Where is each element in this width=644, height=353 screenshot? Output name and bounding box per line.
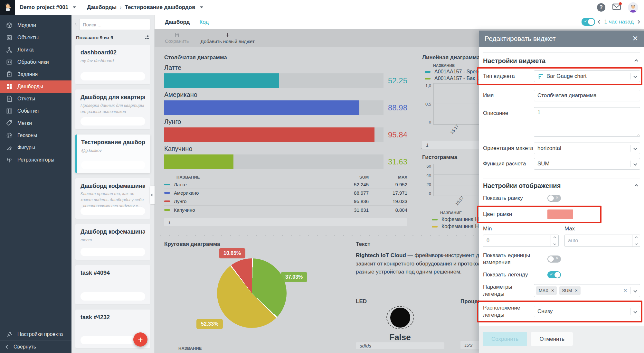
history-prev-icon[interactable]: [598, 20, 601, 23]
filter-sliders-icon[interactable]: [144, 34, 150, 40]
project-switcher[interactable]: Demo project #001: [20, 4, 68, 11]
show-units-toggle[interactable]: ✕: [547, 255, 561, 263]
widget-bar-chart[interactable]: Столбчатая диаграмма Латте 52.25 Америка…: [158, 50, 414, 233]
dashboard-card[interactable]: Дашборд кофемашина тест: [75, 224, 150, 260]
tab-code[interactable]: Код: [199, 19, 209, 25]
widget-description-textarea[interactable]: [534, 107, 640, 137]
panel-collapse-handle[interactable]: [150, 186, 155, 204]
live-toggle[interactable]: ✓: [582, 18, 595, 26]
sidebar-item-models[interactable]: Модели: [0, 19, 71, 32]
sidebar-item-events[interactable]: События: [0, 105, 71, 117]
hist-legend-swatch-1: [432, 226, 438, 228]
page-caret-icon[interactable]: [200, 6, 203, 8]
chip-remove-icon[interactable]: ✕: [551, 288, 554, 293]
bar-gauge-icon: [537, 73, 543, 79]
spinner-buttons[interactable]: [551, 235, 558, 246]
x-icon: ✕: [555, 256, 559, 261]
legend-name: Латте: [174, 182, 187, 187]
save-floppy-icon: [174, 33, 179, 38]
sidebar-item-handlers[interactable]: Обработчики: [0, 56, 71, 68]
bar-row: Капучино 31.63: [164, 145, 407, 169]
max-input[interactable]: [564, 235, 640, 247]
add-dashboard-fab[interactable]: +: [133, 332, 147, 347]
dashboard-card-selected[interactable]: Тестирование дашборд... @g.kulikov: [75, 135, 150, 173]
sidebar-item-logic[interactable]: Логика: [0, 44, 71, 56]
sidebar-item-project-settings[interactable]: Настройки проекта: [0, 328, 71, 340]
dashboard-card[interactable]: task #4094: [75, 265, 150, 304]
frame-color-swatch[interactable]: [547, 209, 573, 219]
legend-sum: 52.245: [308, 182, 369, 187]
logo-girl-icon: [3, 3, 13, 12]
bar-fill-0: [164, 73, 279, 88]
dashboard-card[interactable]: dashboard02 my fav dashboard: [75, 45, 150, 84]
min-value-input[interactable]: [487, 238, 549, 244]
led-state: False: [389, 332, 411, 342]
max-value-input[interactable]: [568, 238, 630, 244]
breadcrumb-page[interactable]: Тестирование дашбордов: [125, 4, 195, 11]
sidebar-item-labels[interactable]: Метки: [0, 117, 71, 129]
widget-name-input[interactable]: [537, 92, 637, 99]
chevron-down-icon: [553, 242, 556, 245]
columns-icon: [6, 108, 13, 114]
spinner-buttons[interactable]: [632, 235, 640, 246]
chip-sum[interactable]: SUM✕: [559, 286, 580, 295]
calc-function-select[interactable]: SUM: [534, 158, 640, 170]
widget-led[interactable]: LED False sdfds: [349, 294, 451, 353]
sidebar-item-label: Логика: [17, 47, 33, 53]
history-next-icon[interactable]: [636, 20, 640, 23]
view-tabbar: Дашборд Код ✓ 1 час назад: [155, 15, 644, 29]
save-dashboard-button[interactable]: Сохранить: [165, 33, 189, 44]
widget-type-select[interactable]: Bar Gauge chart: [534, 70, 640, 82]
save-button[interactable]: Сохранить: [483, 332, 527, 346]
sidebar-collapse-button[interactable]: Свернуть: [0, 340, 71, 353]
section-title: Настройки отображения: [483, 182, 561, 190]
dashboard-card[interactable]: Дашборд для квартиры Проверка данных для…: [75, 89, 150, 129]
legend-position-select[interactable]: Снизу: [534, 306, 640, 317]
add-widget-button[interactable]: + Добавить новый виджет: [201, 32, 255, 44]
min-input[interactable]: [483, 235, 559, 247]
tab-dashboard[interactable]: Дашборд: [165, 19, 190, 25]
frame-icon: [6, 34, 13, 41]
sidebar-item-objects[interactable]: Объекты: [0, 32, 71, 44]
show-frame-toggle[interactable]: ✕: [547, 195, 561, 202]
bar-legend-swatch-3: [164, 209, 170, 211]
topbar: Demo project #001 Дашборды › Тестировани…: [0, 0, 644, 15]
section-widget-settings[interactable]: Настройки виджета: [483, 57, 640, 65]
chip-remove-icon[interactable]: ✕: [575, 288, 578, 293]
bar-fill-2: [164, 127, 374, 142]
legend-params-multiselect[interactable]: MAX✕ SUM✕ ✕: [534, 284, 640, 297]
bar-row: Лунго 95.84: [164, 118, 407, 142]
help-icon[interactable]: ?: [597, 3, 605, 12]
plus-icon: +: [225, 32, 230, 38]
close-icon[interactable]: ✕: [632, 34, 638, 43]
clear-all-icon[interactable]: ✕: [623, 288, 627, 293]
history-timestamp[interactable]: 1 час назад: [604, 19, 634, 25]
user-avatar[interactable]: [628, 2, 638, 13]
clipboard-icon: [6, 71, 13, 78]
app-logo[interactable]: [0, 0, 15, 15]
chip-max[interactable]: MAX✕: [536, 286, 557, 295]
sidebar-item-label: Модели: [17, 23, 36, 28]
chevron-down-icon: [635, 242, 637, 245]
dashboard-card[interactable]: Дашборд кофемашина Клиент прислал то, ка…: [75, 178, 150, 219]
widget-pie-chart[interactable]: Круговая диаграмма 10.65% 37.03% 52.33% …: [158, 237, 346, 353]
cancel-button[interactable]: Отменить: [531, 332, 573, 346]
sidebar-item-dashboards[interactable]: Дашборды: [0, 80, 71, 93]
x-icon: ✕: [555, 195, 559, 200]
project-caret-icon[interactable]: [73, 6, 76, 8]
orientation-select[interactable]: horizontal: [534, 143, 640, 154]
section-display-settings[interactable]: Настройки отображения: [483, 182, 640, 190]
sidebar-item-geofences[interactable]: Геозоны: [0, 129, 71, 142]
show-legend-toggle[interactable]: ✓: [547, 271, 561, 278]
legend-name: Капучино: [174, 207, 195, 213]
sidebar-item-tasks[interactable]: Задания: [0, 68, 71, 80]
sidebar-item-shapes[interactable]: Фигуры: [0, 142, 71, 154]
sidebar-item-relays[interactable]: Ретрансляторы: [0, 154, 71, 166]
sidebar-item-reports[interactable]: Отчеты: [0, 93, 71, 105]
notifications-mail[interactable]: [612, 4, 621, 11]
legend-sum: 95.836: [308, 199, 369, 204]
bar-value-1: 88.98: [388, 103, 407, 112]
y-tick: 40: [427, 173, 431, 178]
breadcrumb-section[interactable]: Дашборды: [87, 4, 117, 11]
search-input[interactable]: [79, 19, 150, 30]
